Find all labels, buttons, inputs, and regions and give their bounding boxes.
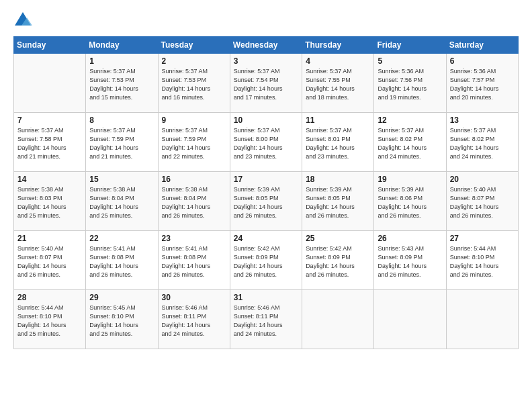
day-info: Sunrise: 5:37 AM Sunset: 7:54 PM Dayligh… xyxy=(234,67,298,102)
day-number: 27 xyxy=(450,234,515,243)
day-info: Sunrise: 5:41 AM Sunset: 8:08 PM Dayligh… xyxy=(89,244,154,279)
calendar-cell: 14Sunrise: 5:38 AM Sunset: 8:03 PM Dayli… xyxy=(14,172,86,231)
page: SundayMondayTuesdayWednesdayThursdayFrid… xyxy=(0,0,532,411)
weekday-header-wednesday: Wednesday xyxy=(230,37,302,54)
day-info: Sunrise: 5:42 AM Sunset: 8:09 PM Dayligh… xyxy=(306,244,370,279)
day-number: 4 xyxy=(306,56,370,66)
day-number: 21 xyxy=(17,234,82,243)
day-info: Sunrise: 5:39 AM Sunset: 8:05 PM Dayligh… xyxy=(306,185,370,220)
calendar-cell: 16Sunrise: 5:38 AM Sunset: 8:04 PM Dayli… xyxy=(158,172,230,231)
day-info: Sunrise: 5:37 AM Sunset: 8:02 PM Dayligh… xyxy=(378,126,442,161)
day-info: Sunrise: 5:37 AM Sunset: 8:01 PM Dayligh… xyxy=(306,126,370,161)
day-number: 13 xyxy=(450,116,515,125)
weekday-header-row: SundayMondayTuesdayWednesdayThursdayFrid… xyxy=(14,37,519,54)
calendar-cell: 7Sunrise: 5:37 AM Sunset: 7:58 PM Daylig… xyxy=(14,113,86,172)
calendar-cell xyxy=(374,290,446,349)
day-number: 5 xyxy=(378,56,442,66)
day-number: 29 xyxy=(89,293,154,302)
calendar-cell: 10Sunrise: 5:37 AM Sunset: 8:00 PM Dayli… xyxy=(230,113,302,172)
day-number: 30 xyxy=(162,293,226,302)
calendar-cell: 25Sunrise: 5:42 AM Sunset: 8:09 PM Dayli… xyxy=(302,231,374,290)
calendar-cell xyxy=(302,290,374,349)
day-number: 20 xyxy=(450,175,515,184)
calendar-cell: 12Sunrise: 5:37 AM Sunset: 8:02 PM Dayli… xyxy=(374,113,446,172)
day-info: Sunrise: 5:37 AM Sunset: 7:59 PM Dayligh… xyxy=(89,126,154,161)
calendar-week-4: 21Sunrise: 5:40 AM Sunset: 8:07 PM Dayli… xyxy=(14,231,519,290)
day-info: Sunrise: 5:46 AM Sunset: 8:11 PM Dayligh… xyxy=(234,304,298,338)
day-number: 17 xyxy=(234,175,298,184)
day-info: Sunrise: 5:37 AM Sunset: 7:53 PM Dayligh… xyxy=(89,67,154,102)
day-info: Sunrise: 5:37 AM Sunset: 7:53 PM Dayligh… xyxy=(162,67,226,102)
calendar-cell: 27Sunrise: 5:44 AM Sunset: 8:10 PM Dayli… xyxy=(446,231,518,290)
weekday-header-tuesday: Tuesday xyxy=(158,37,230,54)
calendar-cell xyxy=(446,290,518,349)
day-info: Sunrise: 5:40 AM Sunset: 8:07 PM Dayligh… xyxy=(17,244,82,279)
day-info: Sunrise: 5:44 AM Sunset: 8:10 PM Dayligh… xyxy=(450,244,515,279)
day-number: 19 xyxy=(378,175,442,184)
calendar-cell: 22Sunrise: 5:41 AM Sunset: 8:08 PM Dayli… xyxy=(86,231,158,290)
day-info: Sunrise: 5:43 AM Sunset: 8:09 PM Dayligh… xyxy=(378,244,442,279)
weekday-header-monday: Monday xyxy=(86,37,158,54)
day-number: 9 xyxy=(162,116,226,125)
calendar-cell: 17Sunrise: 5:39 AM Sunset: 8:05 PM Dayli… xyxy=(230,172,302,231)
calendar-header: SundayMondayTuesdayWednesdayThursdayFrid… xyxy=(14,37,519,54)
calendar-cell: 21Sunrise: 5:40 AM Sunset: 8:07 PM Dayli… xyxy=(14,231,86,290)
calendar-cell: 3Sunrise: 5:37 AM Sunset: 7:54 PM Daylig… xyxy=(230,54,302,113)
weekday-header-saturday: Saturday xyxy=(446,37,518,54)
calendar-cell: 24Sunrise: 5:42 AM Sunset: 8:09 PM Dayli… xyxy=(230,231,302,290)
day-number: 2 xyxy=(162,56,226,66)
day-number: 28 xyxy=(17,293,82,302)
calendar-cell: 13Sunrise: 5:37 AM Sunset: 8:02 PM Dayli… xyxy=(446,113,518,172)
calendar-cell: 9Sunrise: 5:37 AM Sunset: 7:59 PM Daylig… xyxy=(158,113,230,172)
day-info: Sunrise: 5:45 AM Sunset: 8:10 PM Dayligh… xyxy=(89,304,154,338)
calendar-week-1: 1Sunrise: 5:37 AM Sunset: 7:53 PM Daylig… xyxy=(14,54,519,113)
day-number: 14 xyxy=(17,175,82,184)
day-number: 31 xyxy=(234,293,298,302)
calendar-cell: 2Sunrise: 5:37 AM Sunset: 7:53 PM Daylig… xyxy=(158,54,230,113)
weekday-header-sunday: Sunday xyxy=(14,37,86,54)
weekday-header-thursday: Thursday xyxy=(302,37,374,54)
day-number: 8 xyxy=(89,116,154,125)
calendar-cell: 31Sunrise: 5:46 AM Sunset: 8:11 PM Dayli… xyxy=(230,290,302,349)
day-number: 7 xyxy=(17,116,82,125)
weekday-header-friday: Friday xyxy=(374,37,446,54)
day-number: 15 xyxy=(89,175,154,184)
day-info: Sunrise: 5:40 AM Sunset: 8:07 PM Dayligh… xyxy=(450,185,515,220)
calendar-cell: 4Sunrise: 5:37 AM Sunset: 7:55 PM Daylig… xyxy=(302,54,374,113)
day-info: Sunrise: 5:37 AM Sunset: 8:02 PM Dayligh… xyxy=(450,126,515,161)
day-number: 23 xyxy=(162,234,226,243)
day-number: 16 xyxy=(162,175,226,184)
calendar-week-3: 14Sunrise: 5:38 AM Sunset: 8:03 PM Dayli… xyxy=(14,172,519,231)
day-info: Sunrise: 5:37 AM Sunset: 8:00 PM Dayligh… xyxy=(234,126,298,161)
calendar-cell: 8Sunrise: 5:37 AM Sunset: 7:59 PM Daylig… xyxy=(86,113,158,172)
calendar-cell: 30Sunrise: 5:46 AM Sunset: 8:11 PM Dayli… xyxy=(158,290,230,349)
logo xyxy=(13,11,35,30)
day-info: Sunrise: 5:39 AM Sunset: 8:06 PM Dayligh… xyxy=(378,185,442,220)
day-number: 26 xyxy=(378,234,442,243)
calendar-table: SundayMondayTuesdayWednesdayThursdayFrid… xyxy=(13,36,519,349)
day-number: 22 xyxy=(89,234,154,243)
day-info: Sunrise: 5:46 AM Sunset: 8:11 PM Dayligh… xyxy=(162,304,226,338)
day-number: 3 xyxy=(234,56,298,66)
calendar-cell: 5Sunrise: 5:36 AM Sunset: 7:56 PM Daylig… xyxy=(374,54,446,113)
calendar-cell: 11Sunrise: 5:37 AM Sunset: 8:01 PM Dayli… xyxy=(302,113,374,172)
day-info: Sunrise: 5:39 AM Sunset: 8:05 PM Dayligh… xyxy=(234,185,298,220)
day-info: Sunrise: 5:37 AM Sunset: 7:58 PM Dayligh… xyxy=(17,126,82,161)
day-info: Sunrise: 5:38 AM Sunset: 8:03 PM Dayligh… xyxy=(17,185,82,220)
day-info: Sunrise: 5:37 AM Sunset: 7:59 PM Dayligh… xyxy=(162,126,226,161)
day-info: Sunrise: 5:44 AM Sunset: 8:10 PM Dayligh… xyxy=(17,304,82,338)
calendar-cell xyxy=(14,54,86,113)
day-number: 10 xyxy=(234,116,298,125)
day-info: Sunrise: 5:38 AM Sunset: 8:04 PM Dayligh… xyxy=(89,185,154,220)
calendar-body: 1Sunrise: 5:37 AM Sunset: 7:53 PM Daylig… xyxy=(14,54,519,349)
calendar-cell: 23Sunrise: 5:41 AM Sunset: 8:08 PM Dayli… xyxy=(158,231,230,290)
day-info: Sunrise: 5:41 AM Sunset: 8:08 PM Dayligh… xyxy=(162,244,226,279)
day-info: Sunrise: 5:42 AM Sunset: 8:09 PM Dayligh… xyxy=(234,244,298,279)
calendar-cell: 15Sunrise: 5:38 AM Sunset: 8:04 PM Dayli… xyxy=(86,172,158,231)
day-number: 18 xyxy=(306,175,370,184)
calendar-week-2: 7Sunrise: 5:37 AM Sunset: 7:58 PM Daylig… xyxy=(14,113,519,172)
calendar-cell: 1Sunrise: 5:37 AM Sunset: 7:53 PM Daylig… xyxy=(86,54,158,113)
day-info: Sunrise: 5:37 AM Sunset: 7:55 PM Dayligh… xyxy=(306,67,370,102)
calendar-cell: 26Sunrise: 5:43 AM Sunset: 8:09 PM Dayli… xyxy=(374,231,446,290)
day-info: Sunrise: 5:36 AM Sunset: 7:56 PM Dayligh… xyxy=(378,67,442,102)
